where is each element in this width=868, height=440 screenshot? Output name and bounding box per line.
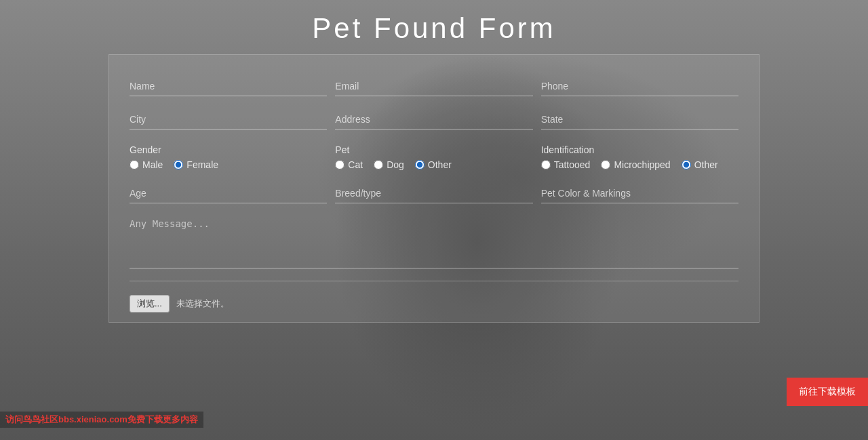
row-1 (130, 74, 738, 100)
row-3: Gender Male Female Pet (130, 140, 738, 174)
col-name (130, 74, 335, 100)
file-input-label[interactable]: 浏览... (130, 295, 170, 313)
phone-input[interactable] (541, 78, 738, 96)
message-row (130, 214, 738, 274)
pet-other-label: Other (428, 159, 452, 170)
id-microchipped-option[interactable]: Microchipped (601, 159, 670, 170)
city-field-group (130, 111, 327, 129)
col-identification: Identification Tattooed Microchipped Oth… (541, 140, 738, 174)
phone-field-group (541, 78, 738, 96)
email-field-group (335, 78, 532, 96)
gender-female-option[interactable]: Female (174, 159, 218, 170)
watermark: 访问鸟鸟社区bbs.xieniao.com免费下载更多内容 (0, 412, 203, 428)
gender-male-option[interactable]: Male (130, 159, 163, 170)
pet-other-radio[interactable] (415, 160, 425, 169)
identification-field-group: Identification Tattooed Microchipped Oth… (541, 144, 738, 170)
col-email (335, 74, 540, 100)
pet-other-option[interactable]: Other (415, 159, 452, 170)
id-tattooed-radio[interactable] (541, 160, 551, 169)
gender-options: Male Female (130, 159, 327, 170)
col-age (130, 181, 335, 207)
download-button[interactable]: 前往下载模板 (787, 378, 868, 406)
col-pet: Pet Cat Dog Other (335, 140, 540, 174)
state-field-group (541, 111, 738, 129)
address-field-group (335, 111, 532, 129)
file-status-text: 未选择文件。 (176, 298, 229, 310)
identification-options: Tattooed Microchipped Other (541, 159, 738, 170)
col-color (541, 181, 738, 207)
id-other-label: Other (694, 159, 718, 170)
file-browse-button[interactable]: 浏览... (130, 295, 170, 313)
form-container: Gender Male Female Pet (108, 54, 760, 323)
id-microchipped-label: Microchipped (614, 159, 670, 170)
pet-dog-radio[interactable] (374, 160, 383, 169)
pet-label: Pet (335, 144, 532, 155)
breed-field-group (335, 185, 532, 203)
col-state (541, 107, 738, 134)
identification-label: Identification (541, 144, 738, 155)
pet-cat-label: Cat (348, 159, 363, 170)
file-row: 浏览... 未选择文件。 (130, 289, 738, 322)
color-field-group (541, 185, 738, 203)
col-gender: Gender Male Female (130, 140, 335, 174)
gender-field-group: Gender Male Female (130, 144, 327, 170)
pet-dog-option[interactable]: Dog (374, 159, 404, 170)
pet-cat-radio[interactable] (335, 160, 344, 169)
city-input[interactable] (130, 111, 327, 129)
name-input[interactable] (130, 78, 327, 96)
pet-dog-label: Dog (387, 159, 404, 170)
gender-male-radio[interactable] (130, 160, 139, 169)
pet-field-group: Pet Cat Dog Other (335, 144, 532, 170)
age-field-group (130, 185, 327, 203)
page-title: Pet Found Form (0, 0, 868, 54)
id-other-radio[interactable] (682, 160, 691, 169)
divider (130, 281, 738, 281)
age-input[interactable] (130, 185, 327, 203)
gender-male-label: Male (142, 159, 163, 170)
color-input[interactable] (541, 185, 738, 203)
id-tattooed-option[interactable]: Tattooed (541, 159, 591, 170)
id-microchipped-radio[interactable] (601, 160, 610, 169)
gender-female-label: Female (186, 159, 218, 170)
gender-female-radio[interactable] (174, 160, 183, 169)
id-tattooed-label: Tattooed (554, 159, 591, 170)
row-4 (130, 181, 738, 207)
message-textarea[interactable] (130, 214, 738, 268)
breed-input[interactable] (335, 185, 532, 203)
state-input[interactable] (541, 111, 738, 129)
name-field-group (130, 78, 327, 96)
address-input[interactable] (335, 111, 532, 129)
pet-cat-option[interactable]: Cat (335, 159, 363, 170)
col-phone (541, 74, 738, 100)
col-breed (335, 181, 540, 207)
email-input[interactable] (335, 78, 532, 96)
col-city (130, 107, 335, 134)
col-address (335, 107, 540, 134)
pet-options: Cat Dog Other (335, 159, 532, 170)
id-other-option[interactable]: Other (682, 159, 718, 170)
row-2 (130, 107, 738, 134)
gender-label: Gender (130, 144, 327, 155)
